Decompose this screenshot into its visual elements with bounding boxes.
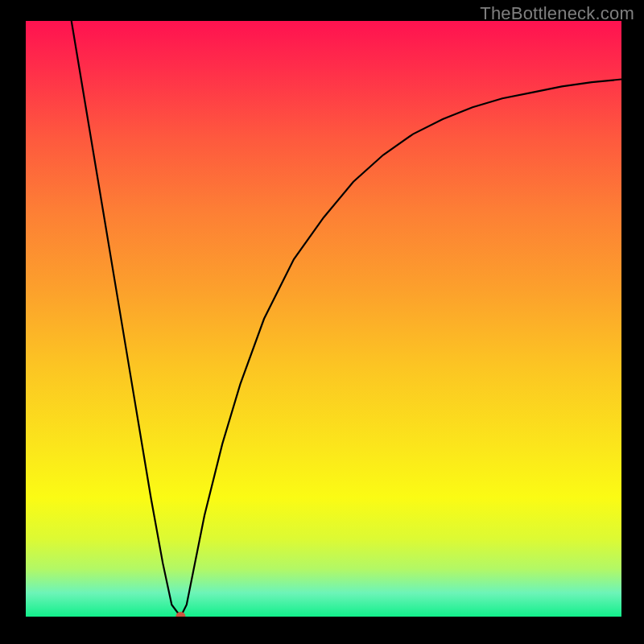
curve-svg	[26, 21, 621, 617]
bottleneck-curve	[56, 21, 621, 617]
chart-frame: TheBottleneck.com	[0, 0, 644, 644]
watermark-text: TheBottleneck.com	[480, 3, 634, 24]
plot-area	[26, 21, 621, 617]
